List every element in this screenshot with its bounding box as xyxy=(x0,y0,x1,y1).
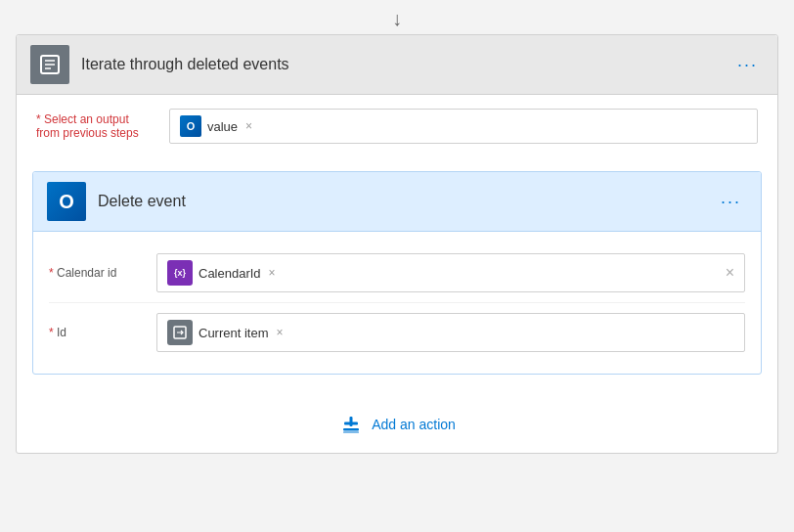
iterate-tag xyxy=(167,320,193,345)
loop-icon xyxy=(30,45,69,84)
add-action-label: Add an action xyxy=(372,417,456,432)
svg-rect-4 xyxy=(344,422,358,425)
delete-event-header: O Delete event ··· xyxy=(33,172,761,232)
select-output-label: * Select an outputfrom previous steps xyxy=(36,112,154,140)
add-action-area: Add an action xyxy=(17,388,777,453)
svg-rect-2 xyxy=(343,428,359,431)
delete-outlook-icon: O xyxy=(47,182,86,221)
calendar-id-field[interactable]: {x} CalendarId × × xyxy=(156,253,745,292)
add-action-icon xyxy=(338,412,364,437)
delete-more-button[interactable]: ··· xyxy=(715,190,747,214)
loop-title: Iterate through deleted events xyxy=(81,56,731,73)
calendar-id-tag-close[interactable]: × xyxy=(269,266,276,280)
inner-area: O Delete event ··· * Calendar id xyxy=(17,157,777,388)
top-arrow-icon: ↓ xyxy=(392,8,402,30)
value-tag-text: value xyxy=(207,119,238,134)
calendar-id-row: * Calendar id {x} CalendarId × × xyxy=(49,244,745,303)
calendar-id-label: * Calendar id xyxy=(49,266,156,280)
svg-rect-5 xyxy=(343,432,359,433)
expression-tag: {x} xyxy=(167,260,193,286)
id-value: Current item xyxy=(198,326,269,340)
value-tag-close[interactable]: × xyxy=(245,119,252,133)
value-tag-container[interactable]: O value × xyxy=(169,109,758,144)
page-wrapper: ↓ Iterate through deleted events ··· * S… xyxy=(0,0,794,532)
delete-event-title: Delete event xyxy=(98,193,715,210)
select-output-row: * Select an outputfrom previous steps O … xyxy=(17,95,777,157)
loop-card: Iterate through deleted events ··· * Sel… xyxy=(16,34,778,454)
id-tag-close[interactable]: × xyxy=(277,326,284,339)
delete-event-form: * Calendar id {x} CalendarId × × xyxy=(33,232,761,374)
calendar-id-clear-button[interactable]: × xyxy=(726,264,734,282)
id-field[interactable]: Current item × xyxy=(156,313,745,352)
calendar-id-value: CalendarId xyxy=(198,266,261,281)
id-row: * Id Current item × xyxy=(49,303,745,362)
loop-header: Iterate through deleted events ··· xyxy=(17,35,777,95)
id-label: * Id xyxy=(49,326,156,339)
add-action-button[interactable]: Add an action xyxy=(338,412,456,437)
loop-more-button[interactable]: ··· xyxy=(731,53,764,77)
delete-event-card: O Delete event ··· * Calendar id xyxy=(32,171,762,375)
value-outlook-icon: O xyxy=(180,115,201,137)
